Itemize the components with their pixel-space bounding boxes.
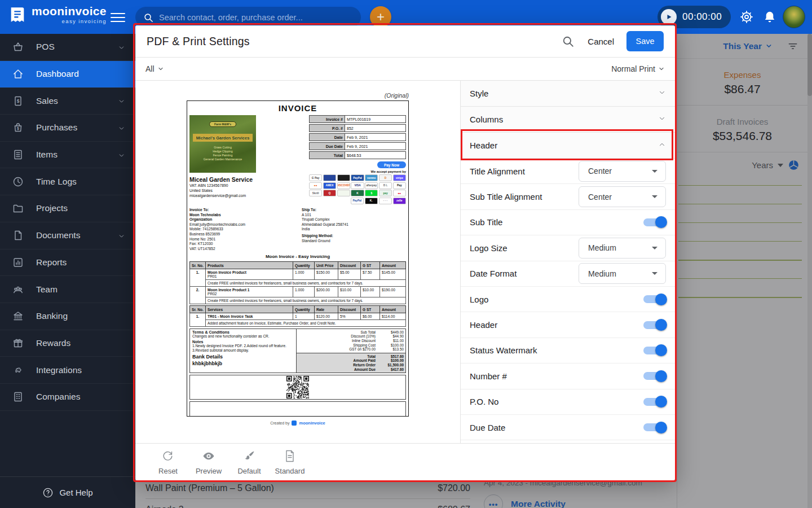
footer-button-label: Standard xyxy=(275,467,305,475)
sidebar-item-items[interactable]: Items xyxy=(0,142,135,169)
payment-badge: Pay xyxy=(393,182,406,189)
sub-title-alignment-select[interactable]: Center xyxy=(579,186,666,207)
payment-badge: B L xyxy=(379,182,392,189)
avatar[interactable] xyxy=(783,6,805,28)
all-dropdown[interactable]: All xyxy=(145,64,164,73)
setting-label: Logo Size xyxy=(470,243,579,253)
setting-label: Header xyxy=(470,320,643,330)
sidebar-item-reports[interactable]: Reports xyxy=(0,249,135,277)
sidebar: POSDashboard$Sales$PurchasesItemsTime Lo… xyxy=(0,34,135,508)
payment-badge xyxy=(337,174,350,181)
sidebar-item-team[interactable]: Team xyxy=(0,276,135,303)
reset-icon xyxy=(161,449,175,465)
sidebar-item-rewards[interactable]: Rewards xyxy=(0,330,135,357)
team-icon xyxy=(12,284,24,295)
mooninvoice-mini-logo xyxy=(292,421,297,426)
ship-to-label: Ship To: xyxy=(302,208,406,213)
caret-down-icon xyxy=(652,247,657,249)
setting-row-p-o-no: P.O. No xyxy=(461,389,675,415)
get-help-label: Get Help xyxy=(59,488,92,497)
created-by-text: Created by xyxy=(270,421,289,425)
company-line: United States xyxy=(189,188,309,193)
search-input[interactable] xyxy=(159,13,345,22)
sidebar-item-label: Dashboard xyxy=(36,69,125,79)
sidebar-item-label: Companies xyxy=(36,392,125,402)
invoice-meta-row: Invoice #MTPL001619 xyxy=(309,115,406,123)
sidebar-item-projects[interactable]: Projects xyxy=(0,195,135,222)
sidebar-item-documents[interactable]: Documents xyxy=(0,222,135,249)
sidebar-item-label: Reports xyxy=(36,257,125,268)
sidebar-item-companies[interactable]: Companies xyxy=(0,384,135,411)
sidebar-item-purchases[interactable]: $Purchases xyxy=(0,115,135,142)
sidebar-item-pos[interactable]: POS xyxy=(0,34,135,61)
sidebar-item-integrations[interactable]: Integrations xyxy=(0,357,135,384)
setting-label: Title Alignment xyxy=(470,167,579,176)
gear-icon[interactable] xyxy=(739,10,754,24)
add-button[interactable]: + xyxy=(370,6,391,28)
company-line: VAT: ABN 1234567890 xyxy=(189,183,309,188)
payment-badge: D xyxy=(379,174,392,181)
due-date-toggle[interactable] xyxy=(643,423,663,431)
default-button[interactable]: Default xyxy=(231,449,267,475)
brush-icon xyxy=(242,449,256,465)
print-mode-dropdown[interactable]: Normal Print xyxy=(611,64,665,73)
p-o-no-toggle[interactable] xyxy=(643,398,663,406)
date-format-select[interactable]: Medium xyxy=(579,263,666,284)
created-by-footer: Created by mooninvoice xyxy=(187,421,409,426)
chevron-down-icon xyxy=(118,151,125,159)
selected-value: Center xyxy=(588,192,652,202)
menu-icon[interactable] xyxy=(111,10,125,24)
sidebar-item-time-logs[interactable]: Time Logs xyxy=(0,168,135,195)
get-help-button[interactable]: Get Help xyxy=(0,476,135,508)
accordion-section-style[interactable]: Style xyxy=(461,81,675,107)
preview-button[interactable]: Preview xyxy=(191,449,227,475)
payment-badge: Skrill xyxy=(309,190,322,196)
pos-icon xyxy=(12,41,24,52)
sidebar-item-sales[interactable]: $Sales xyxy=(0,87,135,115)
cancel-button[interactable]: Cancel xyxy=(588,37,614,46)
header-toggle[interactable] xyxy=(643,321,663,329)
chevron-down-icon xyxy=(658,89,666,99)
global-search[interactable] xyxy=(135,7,361,28)
bell-icon[interactable] xyxy=(762,10,777,24)
invoice-title: INVOICE xyxy=(189,103,406,113)
puzzle-icon xyxy=(12,365,24,376)
all-dropdown-label: All xyxy=(145,64,155,73)
logo-toggle[interactable] xyxy=(643,295,663,303)
pay-now-button[interactable]: Pay Now xyxy=(377,161,406,168)
payment-badge: DISCOVER xyxy=(337,182,350,189)
sidebar-item-label: Banking xyxy=(36,311,125,321)
logo-band-text: Michael's Garden Services xyxy=(193,134,253,142)
logo-size-select[interactable]: Medium xyxy=(579,238,666,259)
settings-panel: StyleColumnsHeaderTitle AlignmentCenterS… xyxy=(460,81,675,443)
sidebar-item-banking[interactable]: Banking xyxy=(0,303,135,330)
standard-button[interactable]: Standard xyxy=(272,449,308,475)
sub-title-toggle[interactable] xyxy=(643,218,663,226)
selected-value: Medium xyxy=(588,243,652,252)
save-button[interactable]: Save xyxy=(626,31,664,51)
chevron-up-icon xyxy=(658,141,666,151)
accordion-section-header[interactable]: Header xyxy=(461,133,675,159)
modal-search-icon[interactable] xyxy=(562,35,574,47)
payment-badge xyxy=(337,190,350,196)
products-table: Sr. No.ProductsQuantityUnit PriceDiscoun… xyxy=(189,261,406,304)
title-alignment-select[interactable]: Center xyxy=(579,161,666,182)
payment-badge: K xyxy=(351,190,364,196)
sidebar-item-dashboard[interactable]: Dashboard xyxy=(0,61,135,88)
setting-label: Date Format xyxy=(470,269,579,278)
accordion-section-columns[interactable]: Columns xyxy=(461,107,675,133)
invoice-to-label: Invoice To: xyxy=(189,208,302,213)
chevron-down-icon xyxy=(658,65,665,72)
status-watermark-toggle[interactable] xyxy=(643,347,663,354)
setting-label: Due Date xyxy=(470,423,643,432)
totals-row-bold: Return Order$1,500.00 xyxy=(298,363,404,367)
play-icon[interactable] xyxy=(661,9,677,25)
brand-name: mooninvoice xyxy=(32,5,107,17)
number-toggle[interactable] xyxy=(643,372,663,380)
reset-button[interactable]: Reset xyxy=(150,449,186,475)
timer-widget[interactable]: 00:00:00 xyxy=(657,6,731,28)
created-by-brand: mooninvoice xyxy=(299,421,325,426)
setting-row-due-date: Due Date xyxy=(461,415,675,440)
logo-services: Grass CuttingHedge ClippingFence Paintin… xyxy=(204,146,242,161)
brand[interactable]: mooninvoice easy invoicing xyxy=(8,5,107,24)
